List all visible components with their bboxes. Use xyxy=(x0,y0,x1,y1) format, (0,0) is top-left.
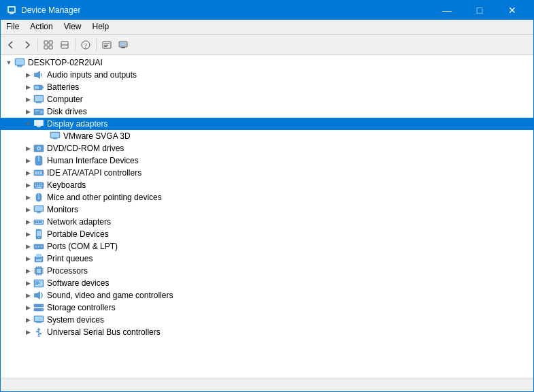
svg-rect-55 xyxy=(37,184,38,185)
svg-rect-6 xyxy=(44,46,48,49)
tree-item-display[interactable]: ▼ Display adapters xyxy=(1,118,533,130)
software-icon xyxy=(33,278,44,289)
portable-label: Portable Devices xyxy=(47,229,109,239)
properties-button[interactable] xyxy=(99,37,114,52)
portable-expand[interactable]: ▶ xyxy=(22,229,33,240)
system-expand[interactable]: ▶ xyxy=(22,314,33,325)
svg-point-82 xyxy=(41,246,42,248)
keyboards-expand[interactable]: ▶ xyxy=(22,180,33,191)
svg-rect-61 xyxy=(41,185,42,186)
svg-rect-37 xyxy=(35,120,43,125)
svg-rect-5 xyxy=(49,41,52,44)
svg-rect-38 xyxy=(37,126,41,127)
tree-item-hid[interactable]: ▶ Human Interface Devices xyxy=(1,154,533,167)
display-expand[interactable]: ▼ xyxy=(22,118,33,129)
print-expand[interactable]: ▶ xyxy=(22,253,33,264)
dvd-expand[interactable]: ▶ xyxy=(22,143,33,154)
mouse-icon xyxy=(33,192,44,203)
computer-expand[interactable]: ▶ xyxy=(22,94,33,105)
svg-rect-3 xyxy=(10,14,13,15)
svg-rect-68 xyxy=(37,212,41,213)
tree-item-usb[interactable]: ▶ Universal Serial Bus controllers xyxy=(1,326,533,338)
app-icon xyxy=(6,5,17,16)
help-button[interactable]: ? xyxy=(78,37,93,52)
sound-icon xyxy=(33,290,44,301)
menu-file[interactable]: File xyxy=(1,20,24,34)
usb-expand[interactable]: ▶ xyxy=(22,327,33,338)
audio-icon xyxy=(33,69,44,80)
forward-button[interactable] xyxy=(20,37,35,52)
tree-item-batteries[interactable]: ▶ Batteries xyxy=(1,81,533,93)
svg-rect-23 xyxy=(18,67,22,67)
svg-point-48 xyxy=(38,160,39,161)
disk-icon xyxy=(33,106,44,117)
svg-rect-22 xyxy=(17,65,22,67)
sound-expand[interactable]: ▶ xyxy=(22,290,33,301)
svg-point-81 xyxy=(38,246,39,248)
software-expand[interactable]: ▶ xyxy=(22,278,33,289)
processors-expand[interactable]: ▶ xyxy=(22,265,33,276)
display-button[interactable] xyxy=(116,37,131,52)
tree-item-disk[interactable]: ▶ Disk drives xyxy=(1,105,533,118)
print-icon xyxy=(33,253,44,264)
ide-expand[interactable]: ▶ xyxy=(22,167,33,178)
tree-view[interactable]: ▼ DESKTOP-02R2UAI ▶ Audio xyxy=(1,55,533,378)
menu-action[interactable]: Action xyxy=(24,20,58,34)
disk-label: Disk drives xyxy=(47,107,87,116)
svg-rect-103 xyxy=(35,282,39,282)
root-expand-arrow[interactable]: ▼ xyxy=(3,57,14,68)
monitors-expand[interactable]: ▶ xyxy=(22,204,33,215)
svg-rect-88 xyxy=(37,269,41,273)
close-button[interactable]: ✕ xyxy=(497,1,528,20)
mice-expand[interactable]: ▶ xyxy=(22,192,33,203)
svg-rect-85 xyxy=(36,259,41,261)
tree-item-computer[interactable]: ▶ Computer xyxy=(1,93,533,105)
svg-rect-21 xyxy=(16,59,24,65)
svg-rect-34 xyxy=(35,110,39,111)
storage-expand[interactable]: ▶ xyxy=(22,302,33,313)
hid-expand[interactable]: ▶ xyxy=(22,155,33,166)
tree-root[interactable]: ▼ DESKTOP-02R2UAI xyxy=(1,56,533,69)
network-label: Network adapters xyxy=(47,217,111,227)
back-button[interactable] xyxy=(3,37,18,52)
expand-button[interactable] xyxy=(41,37,56,52)
tree-item-mice[interactable]: ▶ Mice and other pointing devices xyxy=(1,191,533,203)
computer-label: Computer xyxy=(47,95,83,104)
ports-expand[interactable]: ▶ xyxy=(22,241,33,252)
ports-label: Ports (COM & LPT) xyxy=(47,242,118,251)
tree-item-sound[interactable]: ▶ Sound, video and game controllers xyxy=(1,289,533,301)
tree-item-dvd[interactable]: ▶ DVD/CD-ROM drives xyxy=(1,142,533,154)
dvd-label: DVD/CD-ROM drives xyxy=(47,144,124,153)
maximize-button[interactable]: □ xyxy=(464,1,495,20)
tree-item-system[interactable]: ▶ System devices xyxy=(1,314,533,326)
tree-item-audio[interactable]: ▶ Audio inputs and outputs xyxy=(1,69,533,81)
audio-expand[interactable]: ▶ xyxy=(22,69,33,80)
tree-item-ide[interactable]: ▶ IDE ATA/ATAPI controllers xyxy=(1,167,533,179)
tree-item-portable[interactable]: ▶ Portable Devices xyxy=(1,228,533,240)
svg-rect-75 xyxy=(41,221,42,223)
svg-rect-7 xyxy=(49,46,52,49)
menu-help[interactable]: Help xyxy=(87,20,115,34)
svg-rect-62 xyxy=(36,187,41,189)
menu-view[interactable]: View xyxy=(59,20,87,34)
tree-item-monitors[interactable]: ▶ Monitors xyxy=(1,203,533,216)
network-expand[interactable]: ▶ xyxy=(22,216,33,227)
display-icon xyxy=(33,118,44,129)
svg-rect-54 xyxy=(35,184,36,185)
svg-point-33 xyxy=(41,112,42,113)
tree-item-network[interactable]: ▶ Network adapters xyxy=(1,216,533,228)
batteries-expand[interactable]: ▶ xyxy=(22,82,33,93)
tree-item-ports[interactable]: ▶ Ports (COM & LPT) xyxy=(1,240,533,252)
collapse-button[interactable] xyxy=(57,37,72,52)
tree-item-software[interactable]: ▶ Software devices xyxy=(1,277,533,289)
tree-item-print[interactable]: ▶ Print queues xyxy=(1,252,533,265)
minimize-button[interactable]: — xyxy=(431,1,463,20)
tree-item-vmware[interactable]: ▶ VMware SVGA 3D xyxy=(1,130,533,142)
disk-expand[interactable]: ▶ xyxy=(22,106,33,117)
tree-item-keyboards[interactable]: ▶ Keyboards xyxy=(1,179,533,191)
tree-item-storage[interactable]: ▶ Storage controllers xyxy=(1,301,533,314)
tree-item-processors[interactable]: ▶ Proces xyxy=(1,265,533,277)
svg-point-109 xyxy=(41,305,43,306)
display-label: Display adapters xyxy=(47,119,107,129)
storage-icon xyxy=(33,302,44,313)
